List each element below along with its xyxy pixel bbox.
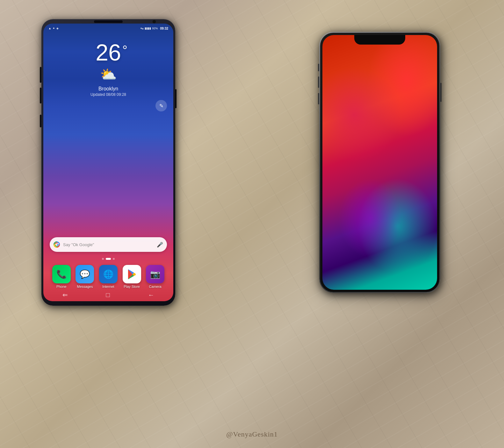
samsung-screen: ▲ ✦ ◈ ▾▴ ▮▮▮▮ 92% 09:32 26 ⛅ Brooklyn U [43,24,173,301]
google-search-bar[interactable]: Say "Ok Google" 🎤 [50,237,167,252]
page-dot-1 [102,258,104,260]
status-right-icons: ▾▴ ▮▮▮▮ 92% 09:32 [140,27,168,30]
iphone-device [319,32,440,293]
page-dot-3 [113,258,115,260]
messages-app-label: Messages [77,285,93,288]
page-indicator [43,258,173,260]
google-search-placeholder: Say "Ok Google" [63,242,157,247]
recents-nav-button[interactable]: ⇐ [62,291,68,299]
time-display: 09:32 [160,27,168,30]
app-internet[interactable]: 🌐 Internet [99,265,118,288]
iphone-power-button[interactable] [440,83,442,102]
notification-icon: ▲ [48,27,51,30]
nfc-icon: ◈ [56,27,59,30]
iphone-screen [322,35,437,290]
home-nav-button[interactable]: □ [106,291,110,299]
signal-icon: ▮▮▮▮ [145,27,151,30]
weather-updated: Updated 08/08 09:28 [90,92,126,97]
phone-app-label: Phone [56,285,67,288]
samsung-navbar: ⇐ □ ← [43,288,173,301]
samsung-earpiece [94,20,123,23]
page-dot-2-active [106,258,111,260]
playstore-app-icon[interactable] [123,265,141,283]
samsung-statusbar: ▲ ✦ ◈ ▾▴ ▮▮▮▮ 92% 09:32 [43,24,173,33]
battery-text: 92% [152,27,158,30]
google-mic-icon[interactable]: 🎤 [157,242,163,248]
messages-app-icon[interactable]: 💬 [76,265,94,283]
wallpaper-blob-purple [338,178,402,258]
status-left-icons: ▲ ✦ ◈ [48,27,59,30]
bluetooth-icon: ✦ [53,27,55,30]
back-nav-button[interactable]: ← [148,291,154,299]
app-playstore[interactable]: Play Store [123,265,141,288]
camera-app-icon[interactable]: 📷 [146,265,164,283]
samsung-front-camera [152,20,156,24]
weather-widget: 26 ⛅ Brooklyn Updated 08/08 09:28 [43,41,173,97]
phone-app-icon[interactable]: 📞 [52,265,71,283]
app-messages[interactable]: 💬 Messages [76,265,94,288]
weather-temperature: 26 [96,41,121,64]
samsung-power-button[interactable] [175,89,176,108]
wifi-icon: ▾▴ [140,27,144,30]
playstore-app-label: Play Store [124,285,140,288]
internet-app-label: Internet [102,285,114,288]
edit-widget-button[interactable]: ✎ [155,100,167,111]
weather-condition-icon: ⛅ [100,67,117,82]
google-logo [54,241,60,248]
samsung-body: ▲ ✦ ◈ ▾▴ ▮▮▮▮ 92% 09:32 26 ⛅ Brooklyn U [41,19,175,306]
watermark-text: @VenyaGeskin1 [226,430,278,438]
app-phone[interactable]: 📞 Phone [52,265,71,288]
app-dock: 📞 Phone 💬 Messages 🌐 Internet [47,265,170,288]
samsung-phone: ▲ ✦ ◈ ▾▴ ▮▮▮▮ 92% 09:32 26 ⛅ Brooklyn U [41,19,175,306]
internet-app-icon[interactable]: 🌐 [99,265,118,283]
app-camera[interactable]: 📷 Camera [146,265,164,288]
camera-app-label: Camera [149,285,162,288]
iphone-body [319,32,440,293]
iphone-notch [354,35,405,45]
weather-location: Brooklyn [98,86,118,92]
